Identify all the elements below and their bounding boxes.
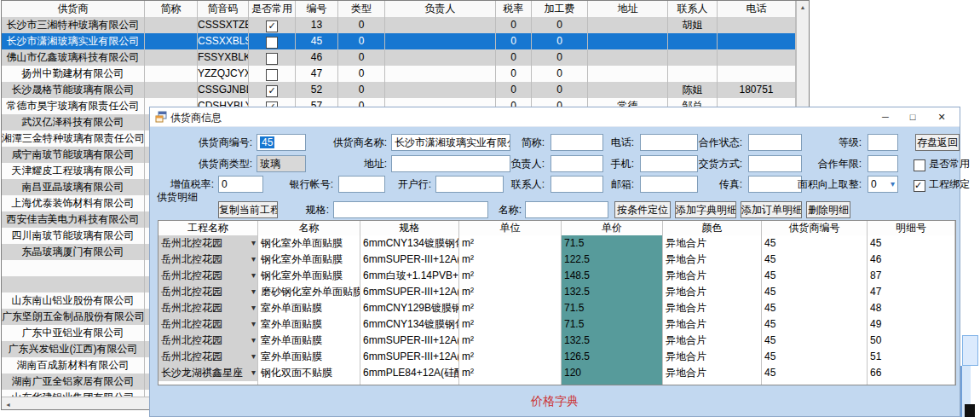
grid-cell-unit[interactable]: m² — [459, 268, 562, 284]
column-header[interactable]: 类型 — [338, 1, 385, 17]
grid-cell-unit[interactable]: m² — [459, 252, 562, 268]
grid-column-header[interactable]: 单价 — [562, 221, 663, 235]
grid-cell-name[interactable]: 室外单面贴膜 — [258, 349, 360, 365]
cell-name[interactable] — [2, 260, 145, 276]
common-checkbox-icon[interactable] — [266, 53, 278, 65]
save-return-button[interactable]: 存盘返回 — [915, 134, 960, 151]
cell-name[interactable]: 武汉亿泽科技有限公司 — [2, 114, 145, 130]
short-name-field[interactable] — [551, 134, 603, 151]
cell-manager[interactable] — [385, 33, 496, 49]
cell-phone[interactable] — [718, 33, 796, 49]
checkbox-icon[interactable] — [914, 180, 925, 192]
cell-abbr[interactable] — [145, 33, 198, 49]
cell-phone[interactable] — [718, 66, 796, 82]
grid-cell-price[interactable]: 122.5 — [562, 252, 663, 268]
common-checkbox-icon[interactable] — [266, 37, 278, 49]
cell-phone[interactable] — [718, 17, 796, 33]
vat-rate-field[interactable]: 0 — [218, 176, 263, 193]
grid-cell-color[interactable]: 异地合片 — [663, 365, 762, 381]
grid-cell-detail_id[interactable]: 49 — [868, 316, 955, 333]
cell-fee[interactable]: 0 — [532, 17, 588, 33]
cell-name[interactable]: 四川南玻节能玻璃有限公司 — [2, 228, 145, 244]
project-combobox[interactable]: 岳州北控花园 — [159, 252, 258, 268]
cell-abbr[interactable] — [145, 49, 198, 66]
maximize-icon[interactable]: □ — [900, 107, 925, 126]
cell-abbr[interactable] — [145, 82, 198, 98]
cell-tax[interactable]: 0 — [496, 66, 532, 82]
column-header[interactable]: 电话 — [718, 1, 796, 17]
cell-name[interactable] — [2, 276, 145, 292]
cell-name[interactable]: 佛山市亿鑫玻璃科技有限公司 — [2, 49, 145, 66]
grid-cell-name[interactable]: 钢化室外单面贴膜 — [258, 252, 360, 268]
area-round-up-select[interactable]: 0 — [868, 176, 898, 193]
grid-cell-price[interactable]: 132.5 — [562, 333, 663, 349]
cell-id[interactable]: 45 — [296, 33, 338, 49]
cell-name[interactable]: 长沙市潇湘玻璃实业有限公司 — [2, 33, 145, 49]
grid-cell-spec[interactable]: 6mmCNY129B镀膜钢化 — [360, 300, 459, 316]
grid-cell-supplier_id[interactable]: 45 — [762, 316, 868, 333]
supplier-name-field[interactable]: 长沙市潇湘玻璃实业有限公司 — [391, 134, 510, 151]
grid-column-header[interactable]: 名称 — [258, 221, 360, 235]
cell-phone[interactable]: 180751 — [718, 82, 796, 98]
grid-cell-supplier_id[interactable]: 45 — [762, 333, 868, 349]
grid-cell-supplier_id[interactable]: 45 — [762, 349, 868, 365]
detail-row[interactable]: 岳州北控花园室外单面贴膜6mmSUPER-III+12A(硅...m²126.5… — [159, 349, 955, 365]
cell-tax[interactable]: 0 — [496, 17, 532, 33]
cell-type[interactable]: 0 — [338, 66, 385, 82]
cell-code[interactable]: FSSYXBLKJ... — [198, 49, 249, 66]
project-combobox[interactable]: 长沙龙湖祺鑫星座 — [159, 365, 258, 381]
email-field[interactable] — [640, 176, 698, 193]
common-checkbox-icon[interactable] — [266, 69, 278, 81]
project-combobox[interactable]: 岳州北控花园 — [159, 300, 258, 316]
cell-addr[interactable] — [588, 33, 668, 49]
detail-row[interactable]: 岳州北控花园钢化室外单面贴膜6mmCNY134镀膜钢化m²71.5异地合片454… — [159, 235, 955, 252]
cell-tax[interactable]: 0 — [496, 49, 532, 66]
supplier-row[interactable]: 佛山市亿鑫玻璃科技有限公司FSSYXBLKJ...46000 — [2, 49, 809, 66]
grid-cell-supplier_id[interactable]: 45 — [762, 235, 868, 252]
cell-name[interactable]: 常德市昊宇玻璃有限责任公司 — [2, 98, 145, 114]
cell-abbr[interactable] — [145, 66, 198, 82]
cell-contact[interactable] — [668, 49, 718, 66]
supplier-row[interactable]: 扬州中勤建材有限公司YZZQJCYXGS47000 — [2, 66, 809, 82]
cell-common[interactable] — [249, 66, 296, 82]
grid-cell-supplier_id[interactable]: 45 — [762, 284, 868, 300]
cell-id[interactable]: 13 — [296, 17, 338, 33]
copy-current-project-button[interactable]: 复制当前工程 — [218, 201, 278, 218]
grid-cell-spec[interactable]: 6mmSUPER-III+12A(硅... — [360, 349, 459, 365]
grid-cell-detail_id[interactable]: 45 — [868, 235, 955, 252]
cell-code[interactable]: CSSSXTZBL... — [198, 17, 249, 33]
grid-cell-supplier_id[interactable]: 45 — [762, 365, 868, 381]
minimize-icon[interactable]: ─ — [873, 107, 898, 126]
grid-cell-color[interactable]: 异地合片 — [663, 316, 762, 333]
cell-abbr[interactable] — [145, 17, 198, 33]
supplier-row[interactable]: 长沙市潇湘玻璃实业有限公司CSSXXBLSY...45000 — [2, 33, 809, 49]
cell-addr[interactable] — [588, 82, 668, 98]
grid-cell-color[interactable]: 异地合片 — [663, 284, 762, 300]
often-used-checkbox[interactable]: 是否常用 — [914, 155, 970, 172]
grid-cell-unit[interactable]: m² — [459, 284, 562, 300]
column-header[interactable]: 简音码 — [198, 1, 249, 17]
grid-cell-detail_id[interactable]: 46 — [868, 252, 955, 268]
cell-code[interactable]: CSSGJNBLYXGS — [198, 82, 249, 98]
common-checkbox-icon[interactable] — [266, 85, 278, 97]
grid-cell-name[interactable]: 钢化室外单面贴膜 — [258, 268, 360, 284]
cell-name[interactable]: 广东兴发铝业(江西)有限公司 — [2, 341, 145, 357]
cell-fee[interactable]: 0 — [532, 49, 588, 66]
cell-name[interactable]: 湖南广亚全铝家居有限公司 — [2, 374, 145, 390]
cell-id[interactable]: 46 — [296, 49, 338, 66]
grid-cell-color[interactable]: 异地合片 — [663, 349, 762, 365]
cell-common[interactable] — [249, 33, 296, 49]
detail-row[interactable]: 岳州北控花园磨砂钢化室外单面贴膜6mmSUPER-III+12A(硅...m²1… — [159, 284, 955, 300]
grid-column-header[interactable]: 供货商编号 — [762, 221, 868, 235]
cell-name[interactable]: 咸宁南玻节能玻璃有限公司 — [2, 147, 145, 163]
grid-cell-name[interactable]: 室外单面贴膜 — [258, 333, 360, 349]
cell-type[interactable]: 0 — [338, 17, 385, 33]
project-combobox[interactable]: 岳州北控花园 — [159, 333, 258, 349]
column-header[interactable]: 地址 — [588, 1, 668, 17]
cell-name[interactable]: 上海优泰装饰材料有限公司 — [2, 195, 145, 211]
cell-common[interactable] — [249, 49, 296, 66]
grid-cell-price[interactable]: 132.5 — [562, 284, 663, 300]
cell-manager[interactable] — [385, 17, 496, 33]
grid-cell-unit[interactable]: m² — [459, 235, 562, 252]
bank-branch-field[interactable] — [435, 176, 504, 193]
